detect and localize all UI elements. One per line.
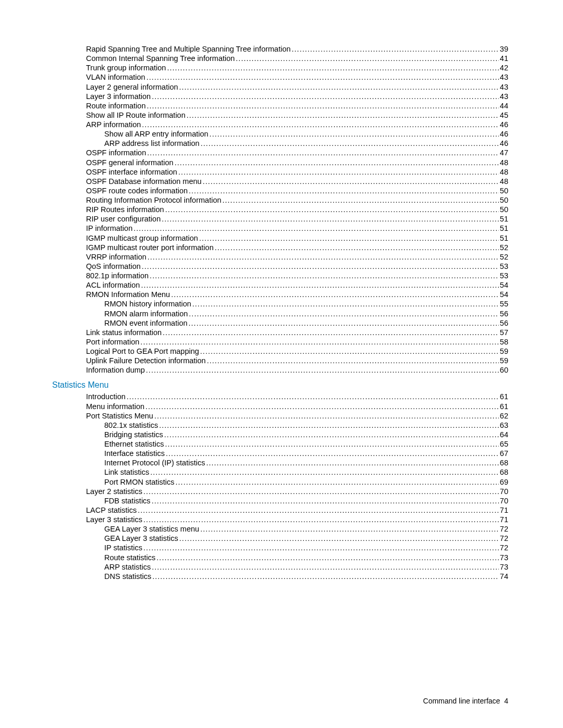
toc-entry-page: 43	[500, 82, 508, 92]
toc-entry[interactable]: Port information 58	[52, 337, 508, 347]
toc-leader-dots	[223, 195, 499, 205]
toc-entry[interactable]: Rapid Spanning Tree and Multiple Spannin…	[52, 44, 508, 54]
toc-entry-label: RMON alarm information	[104, 309, 188, 318]
toc-entry[interactable]: Bridging statistics 64	[52, 430, 508, 439]
toc-entry[interactable]: IGMP multicast router port information 5…	[52, 243, 508, 252]
toc-entry-label: Internet Protocol (IP) statistics	[104, 458, 205, 467]
toc-entry[interactable]: Layer 2 statistics 70	[52, 487, 508, 496]
toc-entry[interactable]: OSPF interface information 48	[52, 167, 508, 177]
toc-entry[interactable]: ARP address list information 46	[52, 139, 508, 148]
toc-entry[interactable]: IP information 51	[52, 224, 508, 233]
toc-leader-dots	[178, 167, 499, 177]
toc-leader-dots	[171, 290, 499, 299]
toc-entry-page: 52	[500, 252, 508, 262]
toc-entry[interactable]: QoS information 53	[52, 262, 508, 271]
toc-leader-dots	[147, 148, 499, 157]
toc-entry[interactable]: Ethernet statistics 65	[52, 439, 508, 449]
toc-entry[interactable]: RMON event information 56	[52, 318, 508, 328]
toc-entry[interactable]: IGMP multicast group information 51	[52, 233, 508, 243]
toc-entry-page: 50	[500, 186, 508, 195]
toc-entry[interactable]: RIP user configuration 51	[52, 214, 508, 224]
toc-entry[interactable]: Uplink Failure Detection information 59	[52, 356, 508, 365]
toc-entry-label: RMON event information	[104, 318, 188, 328]
toc-entry[interactable]: Routing Information Protocol information…	[52, 195, 508, 205]
toc-entry[interactable]: OSPF general information 48	[52, 158, 508, 167]
toc-entry[interactable]: Layer 3 statistics 71	[52, 515, 508, 524]
toc-entry[interactable]: ARP statistics 73	[52, 562, 508, 572]
toc-entry-label: Route statistics	[104, 553, 155, 562]
toc-entry[interactable]: Interface statistics 67	[52, 449, 508, 458]
toc-entry[interactable]: RMON alarm information 56	[52, 309, 508, 318]
toc-entry[interactable]: GEA Layer 3 statistics 72	[52, 534, 508, 543]
toc-entry-page: 64	[500, 430, 508, 439]
toc-leader-dots	[148, 252, 499, 262]
toc-entry[interactable]: Internet Protocol (IP) statistics 68	[52, 458, 508, 467]
toc-entry-label: Trunk group information	[86, 63, 166, 72]
toc-entry-label: RMON history information	[104, 299, 191, 309]
toc-entry[interactable]: Trunk group information 42	[52, 63, 508, 72]
toc-leader-dots	[156, 553, 499, 562]
toc-leader-dots	[166, 449, 499, 458]
toc-entry[interactable]: VLAN information 43	[52, 72, 508, 82]
toc-entry-label: 802.1x statistics	[104, 421, 158, 430]
toc-entry[interactable]: OSPF information 47	[52, 148, 508, 157]
toc-leader-dots	[164, 430, 499, 439]
toc-entry-page: 51	[500, 233, 508, 243]
toc-leader-dots	[189, 318, 499, 328]
toc-entry[interactable]: RIP Routes information 50	[52, 205, 508, 214]
toc-entry-label: ACL information	[86, 280, 140, 290]
toc-entry[interactable]: Layer 3 information 43	[52, 92, 508, 101]
toc-entry-label: OSPF Database information menu	[86, 177, 202, 186]
toc-entry-page: 54	[500, 280, 508, 290]
toc-entry[interactable]: Link statistics 68	[52, 467, 508, 477]
toc-entry-label: Show all ARP entry information	[104, 129, 209, 139]
toc-leader-dots	[143, 543, 499, 552]
toc-entry[interactable]: Show all IP Route information 45	[52, 110, 508, 120]
toc-entry-label: Show all IP Route information	[86, 110, 186, 120]
toc-entry[interactable]: Route information 44	[52, 101, 508, 110]
toc-leader-dots	[150, 467, 499, 477]
toc-entry[interactable]: GEA Layer 3 statistics menu 72	[52, 524, 508, 534]
toc-entry[interactable]: Common Internal Spanning Tree informatio…	[52, 54, 508, 63]
toc-leader-dots	[206, 458, 498, 467]
toc-entry[interactable]: ACL information 54	[52, 280, 508, 290]
toc-entry[interactable]: Logical Port to GEA Port mapping 59	[52, 347, 508, 356]
toc-entry[interactable]: FDB statistics 70	[52, 496, 508, 505]
toc-entry[interactable]: Menu information 61	[52, 402, 508, 411]
toc-entry-page: 61	[500, 392, 508, 401]
toc-entry[interactable]: OSPF route codes information 50	[52, 186, 508, 195]
toc-leader-dots	[143, 515, 499, 524]
toc-entry[interactable]: VRRP information 52	[52, 252, 508, 262]
toc-entry-label: Layer 2 statistics	[86, 487, 142, 496]
toc-leader-dots	[215, 243, 499, 252]
toc-leader-dots	[189, 186, 499, 195]
toc-entry[interactable]: OSPF Database information menu 48	[52, 177, 508, 186]
toc-entry[interactable]: Information dump 60	[52, 365, 508, 375]
toc-entry-label: Rapid Spanning Tree and Multiple Spannin…	[86, 44, 291, 54]
toc-entry[interactable]: Layer 2 general information 43	[52, 82, 508, 92]
toc-entry[interactable]: Link status information 57	[52, 328, 508, 337]
toc-entry[interactable]: DNS statistics 74	[52, 572, 508, 581]
toc-leader-dots	[236, 54, 499, 63]
toc-entry[interactable]: IP statistics 72	[52, 543, 508, 552]
toc-leader-dots	[142, 120, 499, 129]
toc-leader-dots	[152, 572, 499, 581]
toc-entry-label: Layer 3 statistics	[86, 515, 142, 524]
toc-entry-page: 71	[500, 515, 508, 524]
toc-entry[interactable]: RMON history information 55	[52, 299, 508, 309]
toc-entry[interactable]: Port RMON statistics 69	[52, 477, 508, 487]
toc-leader-dots	[189, 309, 499, 318]
toc-entry-page: 68	[500, 467, 508, 477]
toc-entry-label: VRRP information	[86, 252, 146, 262]
toc-entry-label: RIP Routes information	[86, 205, 164, 214]
toc-entry[interactable]: 802.1x statistics 63	[52, 421, 508, 430]
toc-entry[interactable]: ARP information 46	[52, 120, 508, 129]
toc-entry[interactable]: Introduction 61	[52, 392, 508, 401]
toc-entry[interactable]: Route statistics 73	[52, 553, 508, 562]
toc-entry[interactable]: 802.1p information 53	[52, 271, 508, 280]
toc-entry[interactable]: Port Statistics Menu 62	[52, 411, 508, 421]
toc-entry[interactable]: LACP statistics 71	[52, 505, 508, 515]
toc-entry[interactable]: RMON Information Menu 54	[52, 290, 508, 299]
toc-leader-dots	[192, 299, 499, 309]
toc-entry[interactable]: Show all ARP entry information 46	[52, 129, 508, 139]
